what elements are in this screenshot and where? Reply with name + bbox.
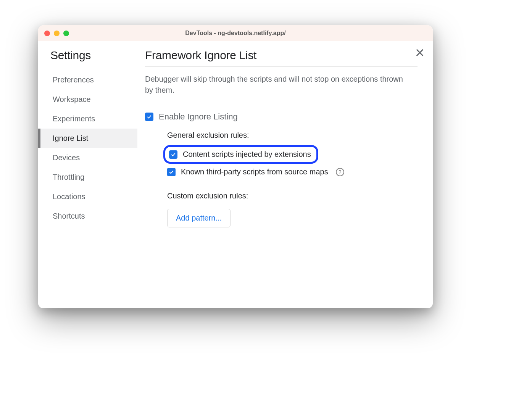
enable-ignore-listing-checkbox[interactable] [145,113,153,121]
third-party-scripts-checkbox[interactable] [167,168,176,176]
sidebar-item-shortcuts[interactable]: Shortcuts [38,206,137,226]
window-zoom-button[interactable] [63,31,69,36]
sidebar-item-preferences[interactable]: Preferences [38,70,137,90]
enable-ignore-listing-label: Enable Ignore Listing [159,112,238,122]
sidebar-item-label: Workspace [53,95,91,103]
sidebar-item-label: Throttling [53,173,84,181]
window-titlebar: DevTools - ng-devtools.netlify.app/ [38,25,433,41]
page-title: Framework Ignore List [145,49,418,62]
third-party-scripts-label: Known third-party scripts from source ma… [181,168,328,176]
sidebar-item-devices[interactable]: Devices [38,148,137,168]
sidebar-item-throttling[interactable]: Throttling [38,168,137,187]
sidebar-item-label: Experiments [53,114,95,123]
content-scripts-label: Content scripts injected by extensions [183,150,311,159]
add-pattern-label: Add pattern... [176,214,222,222]
sidebar-item-label: Ignore List [53,134,88,142]
sidebar-item-label: Locations [53,192,85,201]
close-icon [414,47,425,58]
content-scripts-rule-row: Content scripts injected by extensions [163,145,318,164]
sidebar-item-label: Preferences [53,76,94,84]
third-party-scripts-rule-row: Known third-party scripts from source ma… [167,168,418,176]
sidebar-title: Settings [50,49,137,62]
sidebar-item-locations[interactable]: Locations [38,187,137,206]
window-minimize-button[interactable] [54,31,60,36]
divider [145,66,418,67]
help-icon[interactable]: ? [336,168,344,176]
settings-sidebar: Settings Preferences Workspace Experimen… [38,41,137,308]
settings-main-panel: Framework Ignore List Debugger will skip… [137,41,433,308]
window-close-button[interactable] [44,31,50,36]
check-icon [146,114,152,120]
settings-content: Settings Preferences Workspace Experimen… [38,41,433,308]
content-scripts-checkbox[interactable] [169,150,177,159]
traffic-lights [44,31,69,36]
sidebar-item-label: Devices [53,153,80,162]
enable-ignore-listing-row: Enable Ignore Listing [145,112,418,122]
page-description: Debugger will skip through the scripts a… [145,74,412,96]
close-settings-button[interactable] [414,47,425,58]
general-rules-heading: General exclusion rules: [167,131,418,140]
sidebar-item-experiments[interactable]: Experiments [38,109,137,129]
sidebar-item-label: Shortcuts [53,212,85,220]
devtools-settings-window: DevTools - ng-devtools.netlify.app/ Sett… [38,25,433,308]
sidebar-item-ignore-list[interactable]: Ignore List [38,129,137,148]
add-pattern-button[interactable]: Add pattern... [167,209,231,227]
sidebar-item-workspace[interactable]: Workspace [38,90,137,109]
check-icon [168,169,174,175]
window-title: DevTools - ng-devtools.netlify.app/ [38,30,433,37]
check-icon [170,151,176,158]
custom-rules-heading: Custom exclusion rules: [167,192,418,200]
